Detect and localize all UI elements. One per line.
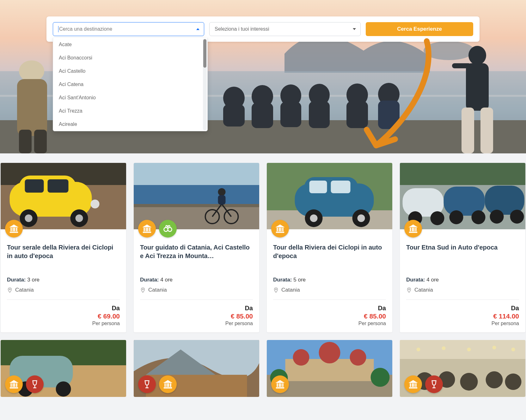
destination-option[interactable]: Aci Sant'Antonio: [53, 91, 207, 104]
svg-rect-45: [218, 195, 226, 205]
svg-point-22: [19, 60, 44, 82]
card-duration: Durata: 4 ore: [140, 277, 253, 283]
svg-point-71: [408, 289, 410, 290]
svg-point-76: [56, 381, 71, 397]
svg-point-96: [467, 348, 471, 351]
card-image: [1, 163, 126, 229]
dropdown-scrollbar-thumb[interactable]: [203, 39, 206, 68]
museum-icon: [404, 220, 422, 238]
destination-select[interactable]: [53, 22, 204, 36]
svg-point-91: [460, 373, 478, 391]
card-duration: Durata: 4 ore: [406, 277, 519, 283]
wine-icon: [138, 375, 156, 393]
card-image: [1, 340, 126, 397]
results-grid-row2: [0, 340, 526, 397]
svg-point-97: [492, 346, 496, 349]
svg-point-66: [450, 210, 463, 224]
svg-point-36: [91, 200, 100, 208]
svg-point-67: [472, 210, 486, 224]
svg-point-1: [424, 41, 474, 60]
svg-point-86: [371, 368, 390, 387]
pin-icon: [273, 287, 279, 293]
svg-rect-41: [134, 204, 259, 207]
text-cursor: [58, 26, 58, 32]
interests-select[interactable]: Seleziona i tuoi interessi: [209, 22, 361, 36]
destination-option[interactable]: Acireale: [53, 118, 207, 131]
svg-rect-23: [17, 79, 47, 136]
museum-icon: [159, 375, 177, 393]
svg-rect-30: [25, 179, 44, 193]
svg-point-70: [510, 210, 524, 224]
caret-up-icon: [196, 28, 199, 30]
interests-placeholder: Seleziona i tuoi interessi: [215, 26, 269, 32]
tour-card[interactable]: [400, 340, 525, 397]
destination-option[interactable]: Acate: [53, 38, 207, 51]
svg-rect-8: [252, 103, 273, 128]
search-button[interactable]: Cerca Esperienze: [366, 22, 473, 36]
svg-rect-24: [19, 130, 32, 153]
tour-card[interactable]: Tour guidato di Catania, Aci Castello e …: [134, 163, 259, 332]
destination-option-list: Acate Aci Bonaccorsi Aci Castello Aci Ca…: [53, 38, 207, 131]
results-grid: Tour serale della Riviera dei Ciclopi in…: [0, 163, 526, 332]
pin-icon: [140, 287, 146, 293]
dropdown-scrollbar[interactable]: [203, 39, 207, 130]
svg-rect-14: [346, 101, 368, 128]
destination-option[interactable]: Aci Catena: [53, 78, 207, 91]
tour-card[interactable]: Tour Etna Sud in Auto d'epoca Durata: 4 …: [400, 163, 525, 332]
museum-icon: [271, 220, 289, 238]
museum-icon: [271, 375, 289, 393]
svg-rect-54: [331, 181, 351, 193]
svg-rect-18: [466, 63, 489, 111]
card-image: [134, 163, 259, 229]
card-location: Catania: [7, 287, 120, 293]
card-price: Da € 69.00 Per persona: [7, 304, 120, 327]
svg-point-59: [275, 289, 277, 290]
svg-point-95: [442, 346, 446, 350]
svg-point-82: [293, 349, 309, 366]
destination-option[interactable]: Aci Castello: [53, 65, 207, 78]
museum-icon: [404, 375, 422, 393]
svg-point-35: [76, 214, 83, 222]
svg-point-44: [218, 188, 226, 196]
card-price: Da € 114.00 Per persona: [406, 304, 519, 327]
svg-rect-20: [480, 108, 493, 153]
museum-icon: [138, 220, 156, 238]
svg-point-93: [505, 374, 522, 390]
card-price: Da € 85.00 Per persona: [140, 304, 253, 327]
tour-card[interactable]: Tour della Riviera dei Ciclopi in auto d…: [267, 163, 392, 332]
svg-rect-31: [48, 179, 69, 193]
svg-point-46: [164, 227, 168, 232]
binoculars-icon: [159, 220, 177, 238]
tour-card[interactable]: [134, 340, 259, 397]
svg-rect-10: [280, 102, 301, 127]
card-title: Tour della Riviera dei Ciclopi in auto d…: [273, 243, 386, 269]
svg-rect-39: [134, 185, 259, 207]
card-image: [400, 340, 525, 397]
card-title: Tour guidato di Catania, Aci Castello e …: [140, 243, 253, 269]
card-location: Catania: [273, 287, 386, 293]
svg-point-37: [9, 289, 10, 290]
tour-card[interactable]: Tour serale della Riviera dei Ciclopi in…: [1, 163, 126, 332]
destination-option[interactable]: Aci Bonaccorsi: [53, 51, 207, 65]
svg-point-69: [490, 210, 504, 224]
svg-point-94: [417, 348, 420, 351]
svg-point-92: [486, 371, 503, 388]
card-price: Da € 85.00 Per persona: [273, 304, 386, 327]
tour-card[interactable]: [1, 340, 126, 397]
card-image: [134, 340, 259, 397]
tour-card[interactable]: [267, 340, 392, 397]
results-section: Tour serale della Riviera dei Ciclopi in…: [0, 153, 526, 397]
svg-rect-12: [309, 101, 330, 128]
svg-rect-25: [34, 130, 47, 153]
svg-rect-19: [462, 108, 474, 153]
wine-icon: [26, 375, 44, 393]
hero: Seleziona i tuoi interessi Cerca Esperie…: [0, 0, 526, 153]
svg-point-58: [358, 214, 365, 222]
svg-point-56: [310, 214, 318, 222]
destination-option[interactable]: Aci Trezza: [53, 104, 207, 118]
svg-point-64: [431, 211, 444, 225]
svg-point-47: [168, 227, 172, 232]
destination-input[interactable]: [59, 26, 191, 32]
svg-point-84: [350, 349, 366, 366]
card-image: [267, 163, 392, 229]
